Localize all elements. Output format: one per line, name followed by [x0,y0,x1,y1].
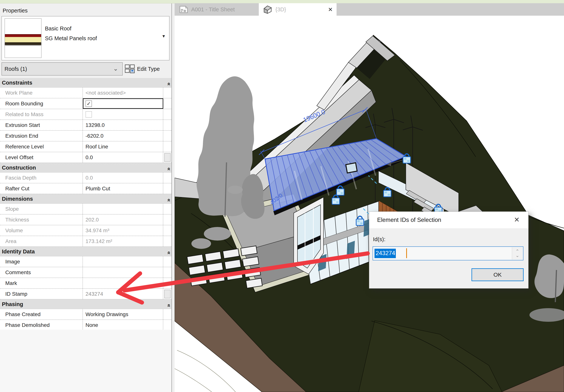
property-value [83,204,163,214]
section-header-phasing[interactable]: Phasing» [0,299,171,309]
property-label: Phase Created [0,309,83,320]
property-row-volume: Volume34.974 m³ [0,225,171,236]
row-gutter [163,109,171,120]
gutter-button[interactable] [164,153,171,162]
ids-input-selected-text: 243274 [374,249,396,258]
property-value [83,109,163,120]
property-value[interactable]: -6202.0 [83,131,163,141]
row-gutter [163,320,171,330]
view-tab-bar: A001 - Title Sheet {3D} ✕ [175,3,564,16]
properties-panel: Properties Basic Roof SG Metal Panels ro… [0,3,172,392]
sheet-icon [179,6,188,13]
dialog-close-icon[interactable]: ✕ [514,216,520,224]
property-label: Mark [0,278,83,288]
tab-label: A001 - Title Sheet [191,6,235,13]
property-label: ID Stamp [0,289,83,299]
property-value[interactable]: Plumb Cut [83,183,163,194]
section-header-construction[interactable]: Construction» [0,163,171,173]
collapse-chevron-icon[interactable]: » [165,249,172,254]
viewport-3d[interactable]: 19600.0 402.0 [175,16,564,392]
section-header-constraints[interactable]: Constraints» [0,78,171,88]
property-label: Phase Demolished [0,320,83,330]
section-header-dimensions[interactable]: Dimensions» [0,194,171,204]
row-gutter [163,204,171,214]
row-gutter [163,183,171,194]
property-value[interactable]: None [83,320,163,330]
collapse-chevron-icon[interactable]: » [165,80,172,86]
chevron-down-icon[interactable]: ⌄ [113,65,118,72]
property-value[interactable]: Roof Line [83,141,163,152]
property-value: <not associated> [83,88,163,98]
panel-empty-area [0,330,171,392]
checkbox-checked[interactable]: ✓ [85,100,92,107]
row-gutter [163,141,171,152]
row-gutter [163,309,171,320]
ids-input[interactable]: 243274 ⌃ ⌄ [372,246,523,260]
text-caret [406,248,407,258]
checkbox-unchecked[interactable] [85,111,92,118]
property-label: Comments [0,267,83,278]
gutter-button[interactable] [164,290,171,298]
property-label: Thickness [0,214,83,225]
collapse-chevron-icon[interactable]: » [165,165,172,171]
type-selector-dropdown-icon[interactable]: ▼ [162,34,166,39]
house-3d-icon [262,5,272,14]
property-value[interactable]: Working Drawings [83,309,163,320]
selection-filter-combobox[interactable]: Roofs (1) ⌄ [1,62,123,76]
property-row-rafter-cut: Rafter CutPlumb Cut [0,183,171,194]
property-row-thickness: Thickness202.0 [0,214,171,225]
tab-label: {3D} [275,6,286,13]
property-row-area: Area173.142 m² [0,236,171,247]
property-row-slope: Slope [0,204,171,214]
edit-type-icon [124,64,135,74]
row-gutter [163,256,171,267]
dialog-title-bar[interactable]: Element IDs of Selection ✕ [369,212,528,228]
dialog-title: Element IDs of Selection [377,217,441,223]
row-gutter [163,173,171,183]
type-selector[interactable]: Basic Roof SG Metal Panels roof ▼ [1,16,169,60]
properties-grid: Constraints»Work Plane<not associated>Ro… [0,78,171,331]
spinner-down-icon[interactable]: ⌄ [515,253,519,258]
property-label: Work Plane [0,88,83,98]
scene-3d: 19600.0 402.0 [175,16,564,392]
property-label: Image [0,256,83,267]
tab-close-icon[interactable]: ✕ [328,6,333,13]
property-row-work-plane: Work Plane<not associated> [0,88,171,98]
tab-a001-title-sheet[interactable]: A001 - Title Sheet [175,3,259,16]
row-gutter [163,131,171,141]
property-value[interactable] [83,256,163,267]
collapse-chevron-icon[interactable]: » [165,196,172,202]
property-label: Reference Level [0,141,83,152]
property-value[interactable] [83,267,163,278]
property-value[interactable] [83,278,163,288]
selection-filter-label: Roofs (1) [4,66,27,72]
property-value[interactable]: ✓ [83,98,163,109]
edit-type-button[interactable]: Edit Type [124,62,171,76]
edit-type-label: Edit Type [137,66,160,72]
property-value: 173.142 m² [83,236,163,246]
property-row-room-bounding: Room Bounding✓ [0,98,171,109]
panel-splitter[interactable] [172,3,175,392]
property-row-extrusion-end: Extrusion End-6202.0 [0,131,171,141]
tab-3d-view[interactable]: {3D} ✕ [259,3,337,16]
property-value[interactable]: 0.0 [83,152,163,163]
property-value[interactable]: 243274 [83,289,163,299]
property-label: Slope [0,204,83,214]
collapse-chevron-icon[interactable]: » [165,301,172,307]
property-label: Volume [0,225,83,236]
property-value[interactable]: 13298.0 [83,120,163,130]
element-ids-dialog: Element IDs of Selection ✕ Id(s): 243274… [369,211,528,289]
type-type-name: SG Metal Panels roof [45,35,97,42]
property-label: Related to Mass [0,109,83,120]
property-row-phase-created: Phase CreatedWorking Drawings [0,309,171,320]
roof-type-preview [4,18,41,58]
section-header-identity-data[interactable]: Identity Data» [0,247,171,256]
property-label: Extrusion Start [0,120,83,130]
input-spinner[interactable]: ⌃ ⌄ [512,247,523,260]
property-row-id-stamp: ID Stamp243274 [0,289,171,299]
ok-button[interactable]: OK [471,268,523,281]
property-row-phase-demolished: Phase DemolishedNone [0,320,171,331]
property-row-level-offset: Level Offset0.0 [0,152,171,163]
row-gutter [163,267,171,278]
revit-window: Properties Basic Roof SG Metal Panels ro… [0,0,564,392]
